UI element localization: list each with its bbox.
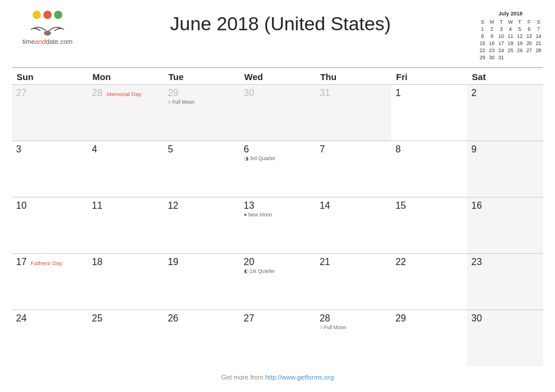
day-number: 9 [471,144,477,155]
day-number: 4 [92,144,97,155]
day-number: 17 [16,257,27,267]
calendar-day[interactable]: 29 [391,310,467,366]
calendar-day[interactable]: 25 [88,310,164,366]
moon-phase: ◑3rd Quarter [244,155,312,161]
mini-cal-table: SMTWTFS 12345678910111213141516171819202… [478,18,543,61]
calendar-day[interactable]: 23 [467,254,543,310]
day-event: Fathers' Day [31,260,63,266]
day-number: 30 [244,88,255,98]
col-header-fri: Fri [391,68,467,85]
day-number: 11 [92,200,103,211]
calendar-day[interactable]: 10 [12,197,88,254]
day-number: 20 [244,257,255,267]
day-number: 10 [16,200,27,211]
day-number: 21 [319,257,330,267]
calendar-day[interactable]: 30 [240,85,316,141]
day-number: 31 [319,88,330,98]
moon-phase: ◐1st Quarter [244,268,312,274]
moon-phase-label: 1st Quarter [250,268,275,274]
calendar-day[interactable]: 4 [88,141,164,197]
logo-dot-orange [43,11,52,19]
day-number: 26 [168,313,179,324]
day-number: 18 [92,257,103,267]
calendar-day[interactable]: 27 [240,310,316,366]
col-header-sun: Sun [12,68,88,85]
day-number: 28 [319,313,330,324]
moon-phase-label: Full Moon [172,99,194,105]
day-number: 8 [395,144,401,155]
mini-cal-title: July 2018 [478,11,543,17]
day-number: 14 [319,200,330,211]
calendar-day[interactable]: 30 [467,310,543,366]
calendar-day[interactable]: 26 [164,310,240,366]
day-number: 29 [395,313,406,324]
col-header-wed: Wed [240,68,316,85]
calendar-table: SunMonTueWedThuFriSat 2728Memorial Day29… [12,67,543,366]
day-number: 19 [168,257,179,267]
logo-dot-yellow [33,11,41,19]
col-header-mon: Mon [88,68,164,85]
calendar-day[interactable]: 24 [12,310,88,366]
day-number: 12 [168,200,179,211]
title-area: June 2018 (United States) [83,11,478,35]
footer: Get more from http://www.getforms.org [0,366,555,388]
calendar-day[interactable]: 31 [315,85,391,141]
calendar-day[interactable]: 17Fathers' Day [12,254,88,310]
page-header: timeanddate.com June 2018 (United States… [0,0,555,67]
moon-phase-icon: ○ [168,99,171,105]
calendar-day[interactable]: 18 [88,254,164,310]
moon-phase-label: New Moon [248,212,272,218]
day-number: 7 [319,144,325,155]
footer-text: Get more from [221,374,265,381]
calendar-day[interactable]: 20◐1st Quarter [240,254,316,310]
calendar-day[interactable]: 22 [391,254,467,310]
calendar-day[interactable]: 3 [12,141,88,197]
calendar-day[interactable]: 6◑3rd Quarter [240,141,316,197]
day-number: 2 [471,88,477,98]
calendar-day[interactable]: 16 [467,197,543,254]
calendar-day[interactable]: 8 [391,141,467,197]
day-number: 1 [395,88,401,98]
calendar-day[interactable]: 12 [164,197,240,254]
footer-link[interactable]: http://www.getforms.org [265,374,334,381]
day-event: Memorial Day [107,91,142,97]
day-number: 25 [92,313,103,324]
day-number: 27 [244,313,255,324]
moon-phase-label: Full Moon [324,324,346,330]
calendar-day[interactable]: 2 [467,85,543,141]
svg-point-0 [44,31,51,36]
calendar-day[interactable]: 5 [164,141,240,197]
calendar-day[interactable]: 21 [315,254,391,310]
day-number: 16 [471,200,482,211]
col-header-sat: Sat [467,68,543,85]
logo-dot-green [54,11,62,19]
page-title: June 2018 (United States) [83,13,478,35]
day-number: 27 [16,88,27,98]
moon-phase-icon: ○ [319,324,322,330]
calendar-day[interactable]: 28Memorial Day [88,85,164,141]
moon-phase: ○Full Moon [168,99,236,105]
calendar-day[interactable]: 11 [88,197,164,254]
calendar-day[interactable]: 27 [12,85,88,141]
calendar-day[interactable]: 28○Full Moon [315,310,391,366]
moon-phase: ●New Moon [244,212,312,218]
calendar-day[interactable]: 15 [391,197,467,254]
day-number: 23 [471,257,482,267]
moon-phase-icon: ◑ [244,155,249,161]
day-number: 30 [471,313,482,324]
day-number: 29 [168,88,179,98]
calendar-day[interactable]: 7 [315,141,391,197]
calendar-day[interactable]: 1 [391,85,467,141]
moon-phase-icon: ● [244,212,247,218]
calendar-day[interactable]: 13●New Moon [240,197,316,254]
moon-phase-icon: ◐ [244,268,249,274]
calendar-day[interactable]: 19 [164,254,240,310]
mini-calendar: July 2018 SMTWTFS 1234567891011121314151… [478,11,543,61]
calendar-day[interactable]: 14 [315,197,391,254]
day-number: 3 [16,144,21,155]
moon-phase: ○Full Moon [319,324,387,330]
col-header-tue: Tue [164,68,240,85]
day-number: 5 [168,144,173,155]
calendar-day[interactable]: 9 [467,141,543,197]
calendar-day[interactable]: 29○Full Moon [164,85,240,141]
